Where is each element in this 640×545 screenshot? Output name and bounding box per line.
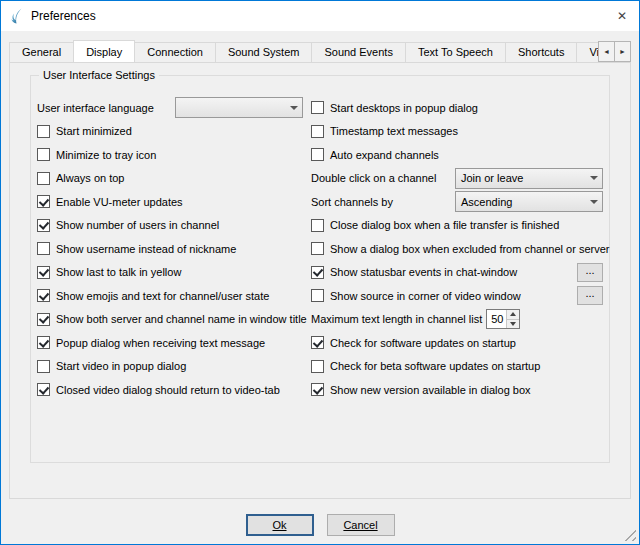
tab-page-display: User Interface Settings User interface l… [9, 62, 631, 499]
tab-connection[interactable]: Connection [134, 42, 216, 62]
checkbox-check-beta-updates[interactable] [311, 360, 324, 373]
close-button[interactable]: ✕ [605, 1, 639, 31]
cancel-button[interactable]: Cancel [327, 514, 395, 536]
setting-row: Timestamp text messages [311, 120, 603, 143]
setting-row: Show both server and channel name in win… [37, 308, 303, 331]
tab-sound-events[interactable]: Sound Events [311, 42, 406, 62]
setting-row: Popup dialog when receiving text message [37, 331, 303, 354]
tab-scroll-left-button[interactable]: ◄ [598, 41, 615, 62]
sort-channels-label: Sort channels by [311, 196, 393, 208]
checkbox-show-username[interactable] [37, 242, 50, 255]
tab-label: General [22, 46, 61, 58]
checkbox-label: Check for beta software updates on start… [330, 360, 540, 372]
checkbox-always-on-top[interactable] [37, 172, 50, 185]
checkbox-last-talk-yellow[interactable] [37, 266, 50, 279]
group-title: User Interface Settings [39, 69, 159, 81]
setting-row: Closed video dialog should return to vid… [37, 378, 303, 401]
tab-label: Connection [147, 46, 203, 58]
video-source-config-button[interactable]: ... [577, 286, 603, 305]
statusbar-events-config-button[interactable]: ... [577, 263, 603, 282]
spinner-buttons [506, 310, 519, 328]
setting-row: Check for beta software updates on start… [311, 355, 603, 378]
max-text-length-row: Maximum text length in channel list 50 [311, 308, 603, 331]
checkbox-label: Show both server and channel name in win… [56, 313, 307, 325]
video-source-row: Show source in corner of video window ..… [311, 284, 603, 307]
checkbox-vu-meter-updates[interactable] [37, 195, 50, 208]
checkbox-label: Closed video dialog should return to vid… [56, 384, 280, 396]
setting-row: Minimize to tray icon [37, 143, 303, 166]
tab-general[interactable]: General [9, 42, 74, 62]
double-click-row: Double click on a channel Join or leave [311, 167, 603, 190]
language-row: User interface language [37, 96, 303, 119]
spin-down-button[interactable] [507, 320, 519, 329]
tab-label: Display [86, 46, 122, 58]
chevron-down-icon [585, 192, 602, 211]
tab-text-to-speech[interactable]: Text To Speech [405, 42, 506, 62]
checkbox-check-updates[interactable] [311, 336, 324, 349]
checkbox-desktops-popup[interactable] [311, 101, 324, 114]
setting-row: Show last to talk in yellow [37, 261, 303, 284]
checkbox-show-new-version-dialog[interactable] [311, 383, 324, 396]
dialog-footer: Ok Cancel [1, 514, 639, 536]
tab-sound-system[interactable]: Sound System [215, 42, 313, 62]
tab-shortcuts[interactable]: Shortcuts [505, 42, 577, 62]
checkbox-dialog-on-exclude[interactable] [311, 242, 324, 255]
cancel-button-label: Cancel [343, 519, 377, 531]
spinner-value: 50 [487, 310, 506, 328]
arrow-right-icon: ► [619, 48, 626, 55]
max-text-length-label: Maximum text length in channel list [311, 313, 482, 325]
checkbox-label: Enable VU-meter updates [56, 196, 183, 208]
tab-scroll-control: ◄ ► [598, 41, 631, 62]
arrow-left-icon: ◄ [603, 48, 610, 55]
chevron-down-icon [585, 169, 602, 188]
language-select[interactable] [175, 97, 303, 118]
checkbox-label: Start minimized [56, 125, 132, 137]
window-title: Preferences [31, 9, 96, 23]
checkbox-timestamp-messages[interactable] [311, 125, 324, 138]
checkbox-label: Popup dialog when receiving text message [56, 337, 265, 349]
checkbox-minimize-to-tray[interactable] [37, 148, 50, 161]
tab-display[interactable]: Display [73, 40, 135, 62]
checkbox-label: Auto expand channels [330, 149, 439, 161]
checkbox-label: Timestamp text messages [330, 125, 458, 137]
checkbox-label: Close dialog box when a file transfer is… [330, 219, 559, 231]
checkbox-video-popup[interactable] [37, 360, 50, 373]
checkbox-label: Show last to talk in yellow [56, 266, 181, 278]
checkbox-label: Show source in corner of video window [330, 290, 521, 302]
setting-row: Auto expand channels [311, 143, 603, 166]
sort-channels-row: Sort channels by Ascending [311, 190, 603, 213]
tab-bar: General Display Connection Sound System … [9, 39, 631, 62]
checkbox-video-source-corner[interactable] [311, 289, 324, 302]
checkbox-show-user-count[interactable] [37, 219, 50, 232]
checkbox-emojis-text-state[interactable] [37, 289, 50, 302]
setting-row: Always on top [37, 167, 303, 190]
checkbox-label: Show statusbar events in chat-window [330, 266, 517, 278]
chevron-down-icon [285, 98, 302, 117]
checkbox-close-on-transfer-finish[interactable] [311, 219, 324, 232]
max-text-length-spinner[interactable]: 50 [486, 309, 520, 329]
app-logo-icon [9, 8, 25, 24]
checkbox-start-minimized[interactable] [37, 125, 50, 138]
checkbox-statusbar-events[interactable] [311, 266, 324, 279]
checkbox-server-channel-in-title[interactable] [37, 313, 50, 326]
double-click-select[interactable]: Join or leave [455, 168, 603, 189]
tab-label: Sound System [228, 46, 300, 58]
checkbox-label: Show emojis and text for channel/user st… [56, 290, 269, 302]
spin-up-button[interactable] [507, 310, 519, 320]
setting-row: Close dialog box when a file transfer is… [311, 214, 603, 237]
checkbox-popup-text-message[interactable] [37, 336, 50, 349]
left-column: User interface language Start minimized … [37, 96, 303, 402]
checkbox-label: Show a dialog box when excluded from cha… [330, 243, 609, 255]
setting-row: Enable VU-meter updates [37, 190, 303, 213]
titlebar[interactable]: Preferences ✕ [1, 1, 639, 31]
arrow-down-icon [510, 322, 516, 326]
checkbox-label: Show username instead of nickname [56, 243, 236, 255]
sort-channels-select[interactable]: Ascending [455, 191, 603, 212]
checkbox-label: Minimize to tray icon [56, 149, 156, 161]
double-click-value: Join or leave [456, 172, 585, 184]
tab-scroll-right-button[interactable]: ► [614, 41, 631, 62]
checkbox-label: Start desktops in popup dialog [330, 102, 478, 114]
checkbox-auto-expand-channels[interactable] [311, 148, 324, 161]
checkbox-video-return-tab[interactable] [37, 383, 50, 396]
ok-button[interactable]: Ok [246, 514, 314, 536]
